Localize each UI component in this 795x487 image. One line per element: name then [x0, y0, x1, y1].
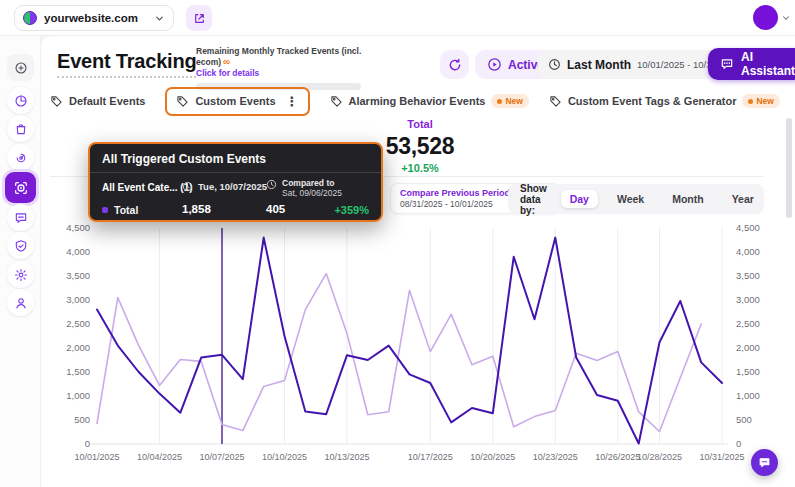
x-tick-label: 10/04/2025 [137, 452, 182, 462]
y-tick-left: 1,500 [66, 366, 90, 377]
x-tick-label: 10/07/2025 [199, 452, 244, 462]
scrollbar-thumb[interactable] [786, 118, 792, 218]
granularity-option-day[interactable]: Day [561, 190, 598, 208]
radar-icon [14, 151, 28, 165]
chat-bubble-icon [758, 456, 771, 469]
chart-tooltip: All Triggered Custom Events All Event Ca… [88, 142, 383, 222]
target-icon [13, 180, 29, 196]
y-tick-left: 500 [74, 414, 90, 425]
clock-icon [182, 181, 193, 192]
x-tick-label: 10/28/2025 [637, 452, 682, 462]
sidebar-item-account[interactable] [7, 289, 34, 316]
y-tick-right: 1,000 [736, 390, 760, 401]
period-label: Last Month [567, 58, 631, 72]
sidebar-item-privacy[interactable] [7, 232, 34, 259]
total-summary: Total 53,528 +10.5% [374, 118, 466, 174]
chevron-down-icon [781, 13, 791, 23]
tooltip-value-row: Total 1,858 405 +359% [102, 201, 369, 223]
tab-label: Custom Events [195, 95, 275, 107]
x-tick-label: 10/31/2025 [699, 452, 744, 462]
y-tick-left: 2,000 [66, 342, 90, 353]
site-selector[interactable]: yourwebsite.com [14, 5, 174, 31]
events-line-chart[interactable]: 005005001,0001,0001,5001,5002,0002,0002,… [60, 220, 772, 472]
tab-label: Custom Event Tags & Generator [568, 95, 737, 107]
site-name: yourwebsite.com [44, 12, 147, 24]
chevron-down-icon [154, 13, 165, 24]
help-chat-widget[interactable] [751, 449, 778, 476]
total-change-badge: +10.5% [374, 162, 466, 174]
y-tick-right: 500 [736, 414, 752, 425]
compare-title: Compare Previous Period [400, 188, 510, 198]
y-tick-left: 4,000 [66, 246, 90, 257]
top-bar: yourwebsite.com [0, 0, 795, 36]
y-tick-right: 1,500 [736, 366, 760, 377]
tag-icon [176, 95, 189, 108]
sidebar-item-settings[interactable] [7, 261, 34, 288]
user-icon [14, 296, 28, 310]
tooltip-date-cell: Tue, 10/07/2025 [182, 181, 267, 192]
x-tick-label: 10/13/2025 [324, 452, 369, 462]
y-tick-left: 3,000 [66, 294, 90, 305]
x-tick-label: 10/17/2025 [408, 452, 453, 462]
granularity-segmented: DayWeekMonthYear [561, 190, 763, 208]
ai-assistant-label: AI Assistant [741, 50, 795, 78]
sidebar-item-expand-sidebar[interactable] [7, 54, 34, 81]
remaining-events-label: Remaining Monthly Tracked Events (incl. … [196, 46, 368, 67]
open-site-button[interactable] [186, 5, 212, 31]
event-tracking-page: yourwebsite.com Event Tracking Remaining… [0, 0, 795, 487]
tooltip-compared-value: 405 [266, 203, 285, 215]
y-tick-right: 2,000 [736, 342, 760, 353]
y-tick-right: 3,000 [736, 294, 760, 305]
refresh-icon [448, 58, 462, 72]
tab-label: Default Events [69, 95, 145, 107]
series-current [97, 238, 722, 444]
x-tick-label: 10/01/2025 [74, 452, 119, 462]
sidebar-item-analytics[interactable] [7, 87, 34, 114]
new-badge: New [742, 94, 779, 108]
x-tick-label: 10/20/2025 [470, 452, 515, 462]
gear-icon [14, 268, 28, 282]
y-tick-right: 4,000 [736, 246, 760, 257]
clock-icon [266, 179, 277, 190]
granularity-option-week[interactable]: Week [608, 190, 653, 208]
user-menu[interactable] [753, 5, 791, 30]
tag-icon [50, 95, 63, 108]
y-tick-left: 0 [85, 438, 90, 449]
click-for-details-link[interactable]: Click for details [196, 68, 368, 78]
y-tick-right: 4,500 [736, 222, 760, 233]
sidebar-item-ecommerce[interactable] [7, 115, 34, 142]
dot-icon [497, 99, 502, 104]
tab-label: Alarming Behavior Events [349, 95, 486, 107]
x-tick-label: 10/26/2025 [595, 452, 640, 462]
y-tick-left: 1,000 [66, 390, 90, 401]
ai-assistant-button[interactable]: AI Assistant [708, 48, 795, 80]
clock-icon [548, 58, 561, 71]
granularity-option-year[interactable]: Year [723, 190, 763, 208]
page-title: Event Tracking [57, 50, 196, 78]
plus-circle-icon [14, 61, 28, 75]
refresh-button[interactable] [440, 50, 469, 79]
tab-default-events[interactable]: Default Events [50, 95, 145, 108]
tab-alarming-behavior-events[interactable]: Alarming Behavior EventsNew [330, 94, 529, 108]
tab-menu-kebab-icon[interactable]: ⋮ [286, 94, 299, 109]
tooltip-title: All Triggered Custom Events [102, 152, 369, 166]
sidebar-item-event-tracking[interactable] [5, 172, 36, 203]
compare-range: 08/31/2025 - 10/01/2025 [400, 199, 510, 209]
show-data-by-control: Show data by: DayWeekMonthYear [508, 184, 764, 214]
sidebar [0, 36, 41, 487]
infinity-icon: ∞ [223, 56, 230, 67]
tooltip-series: Total [102, 204, 138, 216]
series-previous [97, 274, 701, 432]
tab-custom-events[interactable]: Custom Events⋮ [165, 87, 309, 116]
sidebar-item-feedback[interactable] [7, 204, 34, 231]
y-tick-left: 4,500 [66, 222, 90, 233]
tooltip-current-value: 1,858 [182, 203, 211, 215]
tag-icon [330, 95, 343, 108]
tab-custom-event-tags-generator[interactable]: Custom Event Tags & GeneratorNew [549, 94, 780, 108]
sidebar-item-behavior[interactable] [7, 144, 34, 171]
y-tick-right: 0 [736, 438, 741, 449]
shopping-bag-icon [14, 122, 28, 136]
tooltip-compared-cell: Compared toSat, 09/06/2025 [266, 179, 342, 199]
granularity-option-month[interactable]: Month [663, 190, 713, 208]
tooltip-header-row: All Event Cate... (1) Tue, 10/07/2025 Co… [102, 179, 369, 201]
